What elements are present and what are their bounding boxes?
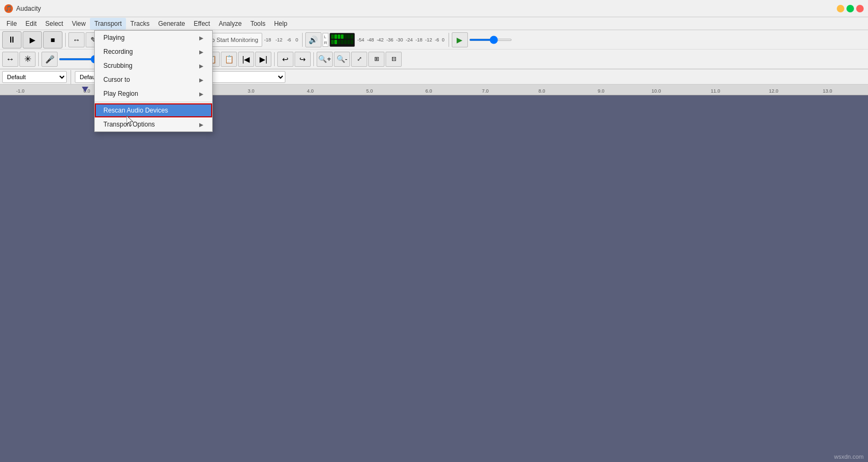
- menu-tracks[interactable]: Tracks: [126, 18, 154, 30]
- menu-analyze[interactable]: Analyze: [214, 18, 246, 30]
- transport-rescan-item[interactable]: Rescan Audio Devices: [95, 103, 212, 117]
- menu-generate[interactable]: Generate: [154, 18, 190, 30]
- menu-separator: [95, 102, 212, 102]
- output-db-scale: -54 -48 -42 -36 -30 -24 -18 -12 -6 0: [356, 37, 445, 43]
- playhead-marker: [82, 87, 88, 92]
- menu-tools[interactable]: Tools: [246, 18, 270, 30]
- paste-btn[interactable]: 📋: [221, 52, 237, 67]
- separator-1: [65, 33, 66, 47]
- undo-btn[interactable]: ↩: [277, 52, 293, 67]
- play-button[interactable]: ▶: [23, 31, 42, 48]
- maximize-button[interactable]: [846, 5, 854, 12]
- mic-draw-btn[interactable]: 🎤: [41, 52, 58, 67]
- transport-options-item[interactable]: Transport Options ▶: [95, 117, 212, 131]
- menu-effect[interactable]: Effect: [190, 18, 214, 30]
- transport-scrubbing-item[interactable]: Scrubbing ▶: [95, 59, 212, 73]
- title-bar: 🎵 Audacity: [0, 0, 868, 17]
- minimize-button[interactable]: [837, 5, 844, 12]
- close-button[interactable]: [856, 5, 864, 12]
- menu-bar: File Edit Select View Transport Tracks G…: [0, 17, 868, 30]
- separator-7: [274, 52, 275, 66]
- trim-btn[interactable]: |◀: [238, 52, 254, 67]
- menu-view[interactable]: View: [67, 18, 90, 30]
- transport-recording-item[interactable]: Recording ▶: [95, 45, 212, 59]
- zoom-sel-btn[interactable]: ⊞: [368, 52, 384, 67]
- redo-btn[interactable]: ↪: [295, 52, 311, 67]
- separator-4: [449, 33, 449, 47]
- ibeam-tool-btn[interactable]: ↔: [2, 52, 18, 67]
- menu-select[interactable]: Select: [41, 18, 67, 30]
- zoom-in-btn[interactable]: 🔍+: [317, 52, 333, 67]
- playback-speed-slider[interactable]: [469, 39, 512, 41]
- transport-dropdown: Playing ▶ Recording ▶ Scrubbing ▶ Cursor…: [94, 30, 213, 132]
- watermark: wsxdn.com: [834, 453, 864, 460]
- separator-5: [38, 52, 39, 66]
- app-title: Audacity: [16, 5, 41, 12]
- menu-transport[interactable]: Transport: [90, 18, 126, 30]
- menu-help[interactable]: Help: [270, 18, 292, 30]
- select-tool-btn[interactable]: ↔: [68, 32, 85, 47]
- app-icon: 🎵: [4, 4, 13, 13]
- menu-file[interactable]: File: [2, 18, 21, 30]
- zoom-other-btn[interactable]: ⊟: [386, 52, 402, 67]
- transport-cursor-item[interactable]: Cursor to ▶: [95, 73, 212, 87]
- zoom-fit-btn[interactable]: ⤢: [351, 52, 367, 67]
- input-db-scale-2: -18 -12 -6 0: [263, 37, 299, 43]
- star-tool-btn[interactable]: ✳: [19, 52, 36, 67]
- output-vol-btn[interactable]: 🔊: [305, 32, 321, 47]
- window-controls: [837, 5, 864, 12]
- separator-3: [302, 33, 303, 47]
- pause-button[interactable]: ⏸: [2, 31, 22, 48]
- silence-btn[interactable]: ▶|: [255, 52, 271, 67]
- output-vu-meter: [330, 33, 355, 47]
- stop-button[interactable]: ■: [43, 31, 62, 48]
- transport-playregion-item[interactable]: Play Region ▶: [95, 87, 212, 101]
- track-select-left[interactable]: Default: [2, 71, 67, 83]
- sep-scale: [71, 70, 71, 84]
- menu-edit[interactable]: Edit: [21, 18, 41, 30]
- separator-8: [313, 52, 314, 66]
- playback-play-btn[interactable]: ▶: [452, 32, 468, 47]
- zoom-out-btn[interactable]: 🔍-: [334, 52, 350, 67]
- lr-indicator-out: L R: [323, 33, 329, 47]
- transport-playing-item[interactable]: Playing ▶: [95, 31, 212, 45]
